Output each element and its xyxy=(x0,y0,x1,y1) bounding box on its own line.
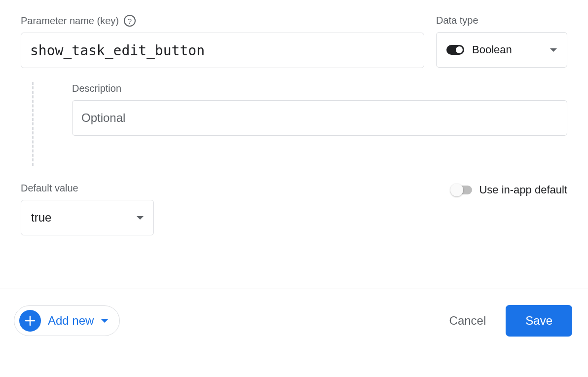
default-value-text: true xyxy=(31,211,137,225)
parameter-name-label-text: Parameter name (key) xyxy=(21,15,119,27)
boolean-icon xyxy=(446,45,464,55)
chevron-down-icon xyxy=(137,216,144,220)
chevron-down-icon xyxy=(101,319,109,323)
use-inapp-default-toggle[interactable] xyxy=(451,186,472,194)
plus-icon xyxy=(19,310,41,332)
help-icon[interactable]: ? xyxy=(124,15,136,27)
data-type-value: Boolean xyxy=(472,43,542,56)
use-inapp-default-label: Use in-app default xyxy=(479,184,567,196)
add-new-button[interactable]: Add new xyxy=(14,305,120,336)
chevron-down-icon xyxy=(550,48,557,52)
data-type-select[interactable]: Boolean xyxy=(436,32,567,68)
default-value-label: Default value xyxy=(21,183,154,194)
cancel-button[interactable]: Cancel xyxy=(449,314,486,328)
add-new-label: Add new xyxy=(48,314,94,328)
tree-connector xyxy=(21,78,44,166)
save-button[interactable]: Save xyxy=(506,305,572,337)
description-label: Description xyxy=(72,83,567,94)
parameter-name-label: Parameter name (key) ? xyxy=(21,15,424,27)
parameter-name-input[interactable] xyxy=(21,33,424,68)
description-input[interactable] xyxy=(72,100,567,136)
default-value-select[interactable]: true xyxy=(21,200,154,235)
data-type-label: Data type xyxy=(436,15,567,26)
